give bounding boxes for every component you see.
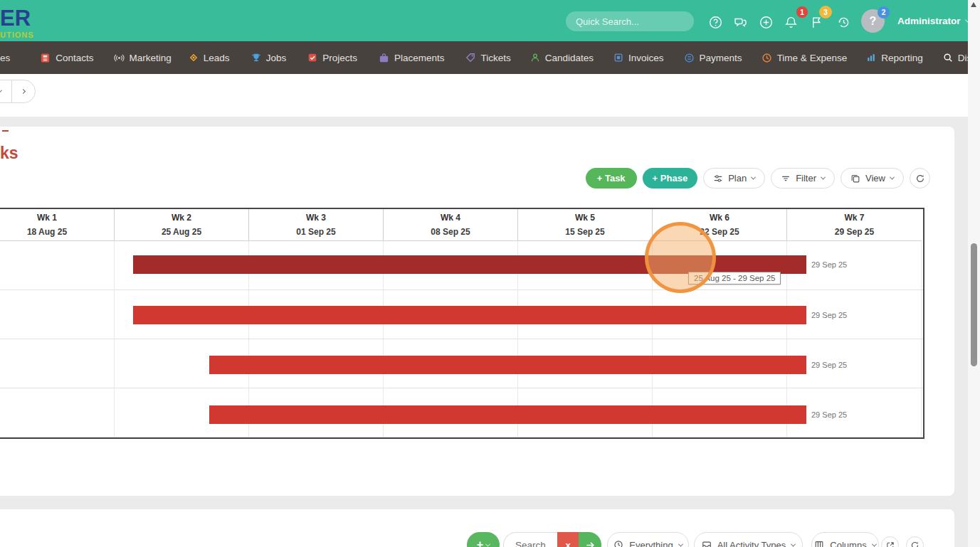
refresh-icon [915,174,925,184]
placements-icon [379,53,389,63]
nav-item-marketing[interactable]: Marketing [114,53,172,63]
clear-search-button[interactable]: x [557,532,579,547]
tray-icon [702,540,712,547]
quick-search-input[interactable] [566,11,694,31]
chevron-down-icon [0,88,2,93]
secondary-toolbar [0,74,968,117]
task-bar-2[interactable] [133,306,806,324]
nav-item-reporting[interactable]: Reporting [866,53,923,63]
history-icon[interactable] [836,15,850,29]
date-header-cell: 01 Sep 25 [249,225,384,241]
task-bar-4[interactable] [209,405,806,424]
nav-item-placements[interactable]: Placements [379,53,445,63]
chevron-down-icon [872,541,877,546]
add-icon[interactable] [759,15,773,29]
filter-dropdown[interactable]: Filter [771,168,835,188]
payments-icon [684,53,695,63]
user-name-label: Administrator [897,16,961,26]
nav-item-companies-partial[interactable]: es [0,53,10,63]
bar-end-date-label: 29 Sep 25 [811,410,847,419]
chevron-down-icon [791,541,796,546]
copy-view-icon [850,174,860,184]
nav-item-invoices[interactable]: Invoices [613,53,664,63]
expand-button[interactable] [881,536,899,547]
help-icon[interactable] [708,15,722,29]
top-header: ER UTIONS [0,0,968,41]
nav-item-projects[interactable]: Projects [307,53,357,63]
chevron-down-icon [751,175,756,180]
nav-item-contacts[interactable]: Contacts [40,53,93,63]
reporting-bars-icon [866,53,876,63]
everything-filter-dropdown[interactable]: Everything [607,532,689,547]
gantt-week-header: Wk 1 Wk 2 Wk 3 Wk 4 Wk 5 Wk 6 Wk 7 [0,209,923,225]
arrow-right-icon [585,540,596,547]
candidates-icon [530,53,540,63]
user-menu[interactable]: Administrator [897,16,969,26]
date-header-cell: 29 Sep 25 [787,225,922,241]
scrollbar-thumb[interactable] [971,243,977,366]
week-header-cell: Wk 1 [0,209,115,225]
collapse-button[interactable] [0,80,12,102]
avatar-badge: 2 [878,6,890,18]
chevron-right-icon [21,89,26,94]
view-dropdown[interactable]: View [841,168,904,188]
bar-end-date-label: 29 Sep 25 [811,260,847,269]
next-button[interactable] [12,80,36,102]
task-bar-3[interactable] [209,356,806,374]
contacts-icon [40,53,51,63]
date-header-cell: 08 Sep 25 [384,225,518,241]
add-phase-button[interactable]: + Phase [643,168,698,188]
chat-icon[interactable] [733,15,747,29]
chevron-down-icon [678,541,683,546]
gantt-date-header: 18 Aug 25 25 Aug 25 01 Sep 25 08 Sep 25 … [0,225,923,241]
nav-item-leads[interactable]: Leads [189,53,230,63]
add-task-button[interactable]: + Task [586,168,637,188]
clock-icon [613,540,623,547]
invoices-icon [613,53,623,63]
logo: ER [0,6,31,31]
open-external-icon [886,541,895,547]
filter-icon [781,174,791,184]
main-nav: es Contacts Marketing Leads Jobs Project… [0,41,968,74]
add-activity-dropdown[interactable]: + [467,532,500,547]
vertical-scrollbar [968,0,980,547]
nav-item-payments[interactable]: Payments [684,53,742,63]
activity-types-dropdown[interactable]: All Activity Types [694,532,803,547]
plus-icon: + [477,538,483,547]
projects-icon [307,53,317,63]
app-root: ER UTIONS [0,0,980,547]
page-title: ks [0,144,19,163]
date-header-cell: 25 Aug 25 [115,225,249,241]
logo-subtext: UTIONS [0,31,34,39]
scrollbar-up-arrow[interactable] [971,2,976,7]
refresh-activities-button[interactable] [906,536,924,547]
chevron-down-icon [821,175,826,180]
clipped-red-mark [2,130,9,132]
activity-panel: + x Everything All Activity Types Column… [0,509,954,547]
plan-dropdown[interactable]: Plan [703,168,765,188]
notification-badge: 1 [796,6,808,18]
nav-item-candidates[interactable]: Candidates [530,53,594,63]
date-header-cell: 15 Sep 25 [518,225,653,241]
week-header-cell: Wk 3 [249,209,384,225]
columns-dropdown[interactable]: Columns [811,532,879,547]
refresh-icon [910,541,920,547]
bar-end-date-label: 29 Sep 25 [811,361,847,369]
columns-icon [814,540,824,547]
submit-search-button[interactable] [579,532,601,547]
bar-end-date-label: 29 Sep 25 [811,311,847,319]
notifications-bell-icon[interactable] [784,15,798,29]
date-header-cell: 18 Aug 25 [0,225,115,241]
nav-item-tickets[interactable]: Tickets [465,53,510,63]
activity-search-input[interactable] [503,532,557,547]
time-expense-clock-icon [762,53,772,63]
pager-button-group [0,80,36,103]
nav-item-time-expense[interactable]: Time & Expense [762,53,848,63]
marketing-icon [114,53,125,63]
nav-item-jobs[interactable]: Jobs [251,53,287,63]
flag-badge: 3 [819,6,832,18]
leads-icon [189,53,199,63]
gantt-chart: Wk 1 Wk 2 Wk 3 Wk 4 Wk 5 Wk 6 Wk 7 18 Au… [0,208,924,439]
chevron-down-icon [890,175,895,180]
refresh-button[interactable] [910,168,930,188]
